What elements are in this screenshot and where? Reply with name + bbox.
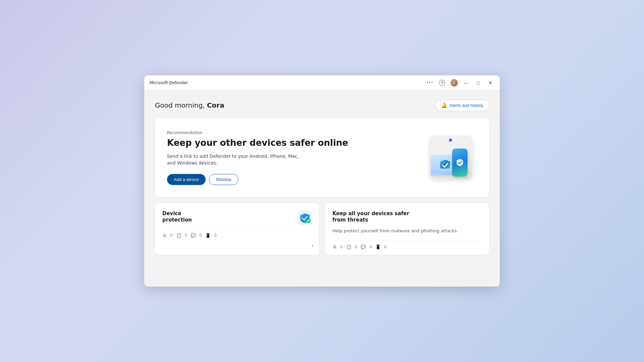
tablet-icon-2: 📋	[346, 244, 352, 249]
maximize-button[interactable]: □	[473, 77, 484, 88]
bottom-cards: Deviceprotection	[155, 203, 489, 255]
app-window: Microsoft Defender ··· ? C — □ ✕	[144, 75, 500, 287]
phone-icon-2: 💬	[361, 244, 366, 249]
rec-description: Send a link to add Defender to your Andr…	[167, 153, 348, 167]
phone-count-2: 0	[369, 245, 372, 249]
monitor-count-2: 0	[340, 245, 343, 249]
titlebar: Microsoft Defender ··· ? C — □ ✕	[144, 75, 500, 90]
monitor-count: 0	[170, 233, 173, 238]
help-icon: ?	[439, 80, 445, 86]
defender-shield-icon	[298, 210, 312, 225]
phone-icon: 💬	[191, 233, 196, 238]
all-devices-title: Keep all your devices saferfrom threats	[332, 210, 409, 224]
header-row: Good morning, Cora 🔔 Alerts and history	[155, 100, 489, 111]
add-device-button[interactable]: Add a device	[167, 174, 206, 185]
device-protection-header: Deviceprotection	[162, 210, 312, 225]
rec-label: Recommendation	[167, 130, 348, 135]
tablet-count: 0	[185, 233, 187, 238]
close-icon: ✕	[488, 80, 492, 85]
alerts-and-history-button[interactable]: 🔔 Alerts and history	[435, 100, 489, 111]
more-options-button[interactable]: ···	[425, 77, 435, 88]
phone-shield-icon	[456, 158, 464, 167]
rec-illustration	[422, 132, 476, 183]
device-protection-card[interactable]: Deviceprotection	[155, 203, 319, 255]
rec-content: Recommendation Keep your other devices s…	[167, 130, 348, 185]
laptop-icon: 📱	[205, 233, 211, 238]
dismiss-button[interactable]: Dismiss	[209, 174, 238, 185]
minimize-button[interactable]: —	[461, 77, 472, 88]
pin-icon	[449, 138, 452, 142]
window-controls: ··· ? C — □ ✕	[425, 77, 496, 88]
all-devices-header: Keep all your devices saferfrom threats	[332, 210, 482, 224]
greeting-text: Good morning, Cora	[155, 101, 224, 109]
laptop-count-2: 0	[384, 245, 387, 249]
minimize-icon: —	[464, 80, 469, 85]
help-button[interactable]: ?	[437, 77, 447, 88]
monitor-icon: 🖥	[162, 233, 167, 238]
card-chevron-icon: ›	[312, 242, 314, 249]
phone-device-icon	[452, 148, 468, 177]
maximize-icon: □	[477, 80, 480, 85]
all-devices-card[interactable]: Keep all your devices saferfrom threats …	[325, 203, 489, 255]
bell-icon: 🔔	[441, 102, 447, 108]
devices-illustration	[429, 136, 472, 179]
rec-title: Keep your other devices safer online	[167, 138, 348, 148]
laptop-count: 0	[214, 233, 217, 238]
greeting-prefix: Good morning,	[155, 101, 207, 109]
recommendation-card: Recommendation Keep your other devices s…	[155, 118, 489, 197]
device-protection-icon	[298, 210, 312, 225]
phone-count: 0	[199, 233, 202, 238]
laptop-icon-2: 📱	[375, 244, 381, 249]
main-content: Good morning, Cora 🔔 Alerts and history …	[144, 90, 500, 287]
greeting-name: Cora	[207, 101, 224, 109]
monitor-icon-2: 🖥	[332, 244, 337, 249]
more-options-icon: ···	[426, 79, 433, 86]
device-protection-footer: 🖥 0 📋 0 💬 0 📱 0	[162, 229, 312, 238]
app-title: Microsoft Defender	[150, 80, 425, 85]
rec-actions: Add a device Dismiss	[167, 174, 348, 185]
tablet-icon: 📋	[176, 233, 181, 238]
device-protection-title: Deviceprotection	[162, 210, 192, 224]
tablet-count-2: 0	[355, 245, 358, 249]
close-button[interactable]: ✕	[485, 77, 496, 88]
user-avatar: C	[450, 79, 458, 86]
alerts-button-label: Alerts and history	[450, 103, 483, 108]
user-avatar-button[interactable]: C	[449, 77, 460, 88]
all-devices-description: Help protect yourself from malware and p…	[332, 228, 482, 234]
all-devices-footer: 🖥 0 📋 0 💬 0 📱 0	[332, 241, 482, 249]
